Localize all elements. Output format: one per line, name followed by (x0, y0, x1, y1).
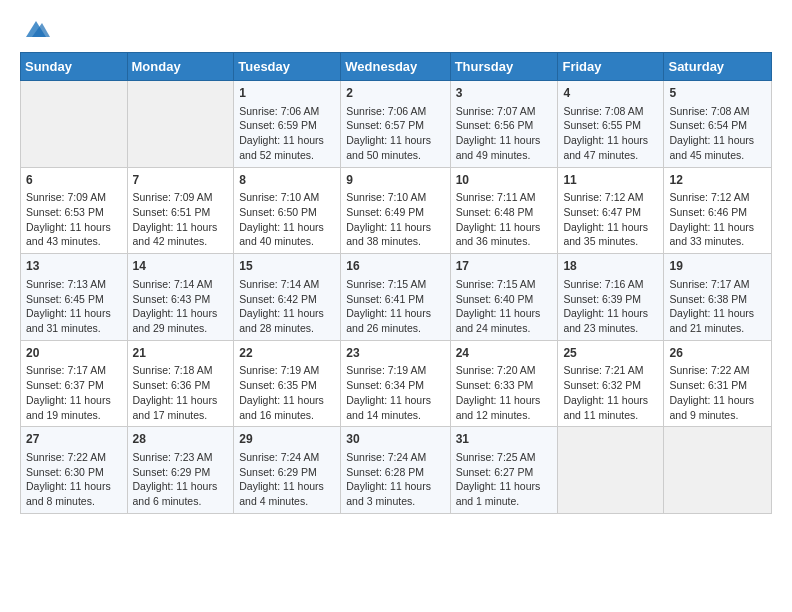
calendar-cell: 19Sunrise: 7:17 AMSunset: 6:38 PMDayligh… (664, 254, 772, 341)
calendar-week-row: 27Sunrise: 7:22 AMSunset: 6:30 PMDayligh… (21, 427, 772, 514)
day-number: 20 (26, 345, 122, 362)
calendar-cell (127, 81, 234, 168)
day-number: 28 (133, 431, 229, 448)
day-number: 13 (26, 258, 122, 275)
calendar-cell: 31Sunrise: 7:25 AMSunset: 6:27 PMDayligh… (450, 427, 558, 514)
calendar-cell: 4Sunrise: 7:08 AMSunset: 6:55 PMDaylight… (558, 81, 664, 168)
day-number: 8 (239, 172, 335, 189)
weekday-header: Monday (127, 53, 234, 81)
day-number: 25 (563, 345, 658, 362)
calendar-cell: 8Sunrise: 7:10 AMSunset: 6:50 PMDaylight… (234, 167, 341, 254)
day-number: 27 (26, 431, 122, 448)
header (20, 16, 772, 42)
weekday-header: Friday (558, 53, 664, 81)
day-number: 19 (669, 258, 766, 275)
calendar-header-row: SundayMondayTuesdayWednesdayThursdayFrid… (21, 53, 772, 81)
day-number: 10 (456, 172, 553, 189)
day-number: 31 (456, 431, 553, 448)
day-number: 30 (346, 431, 444, 448)
calendar-cell: 10Sunrise: 7:11 AMSunset: 6:48 PMDayligh… (450, 167, 558, 254)
day-number: 3 (456, 85, 553, 102)
calendar-cell: 28Sunrise: 7:23 AMSunset: 6:29 PMDayligh… (127, 427, 234, 514)
weekday-header: Tuesday (234, 53, 341, 81)
day-number: 26 (669, 345, 766, 362)
calendar-cell: 24Sunrise: 7:20 AMSunset: 6:33 PMDayligh… (450, 340, 558, 427)
calendar-cell: 5Sunrise: 7:08 AMSunset: 6:54 PMDaylight… (664, 81, 772, 168)
day-number: 29 (239, 431, 335, 448)
calendar-cell: 15Sunrise: 7:14 AMSunset: 6:42 PMDayligh… (234, 254, 341, 341)
calendar-cell: 14Sunrise: 7:14 AMSunset: 6:43 PMDayligh… (127, 254, 234, 341)
day-number: 21 (133, 345, 229, 362)
day-number: 15 (239, 258, 335, 275)
calendar-week-row: 20Sunrise: 7:17 AMSunset: 6:37 PMDayligh… (21, 340, 772, 427)
calendar-cell: 13Sunrise: 7:13 AMSunset: 6:45 PMDayligh… (21, 254, 128, 341)
calendar-week-row: 1Sunrise: 7:06 AMSunset: 6:59 PMDaylight… (21, 81, 772, 168)
day-number: 24 (456, 345, 553, 362)
weekday-header: Thursday (450, 53, 558, 81)
day-number: 23 (346, 345, 444, 362)
day-number: 9 (346, 172, 444, 189)
calendar-cell: 16Sunrise: 7:15 AMSunset: 6:41 PMDayligh… (341, 254, 450, 341)
day-number: 22 (239, 345, 335, 362)
calendar-cell: 26Sunrise: 7:22 AMSunset: 6:31 PMDayligh… (664, 340, 772, 427)
calendar-cell: 29Sunrise: 7:24 AMSunset: 6:29 PMDayligh… (234, 427, 341, 514)
calendar-cell: 20Sunrise: 7:17 AMSunset: 6:37 PMDayligh… (21, 340, 128, 427)
day-number: 6 (26, 172, 122, 189)
day-number: 16 (346, 258, 444, 275)
day-number: 4 (563, 85, 658, 102)
weekday-header: Wednesday (341, 53, 450, 81)
calendar-cell (21, 81, 128, 168)
day-number: 2 (346, 85, 444, 102)
logo-icon (22, 19, 50, 39)
calendar-cell: 6Sunrise: 7:09 AMSunset: 6:53 PMDaylight… (21, 167, 128, 254)
calendar-cell: 1Sunrise: 7:06 AMSunset: 6:59 PMDaylight… (234, 81, 341, 168)
day-number: 14 (133, 258, 229, 275)
day-number: 12 (669, 172, 766, 189)
calendar-cell: 17Sunrise: 7:15 AMSunset: 6:40 PMDayligh… (450, 254, 558, 341)
weekday-header: Sunday (21, 53, 128, 81)
logo (20, 16, 50, 42)
calendar-cell: 9Sunrise: 7:10 AMSunset: 6:49 PMDaylight… (341, 167, 450, 254)
calendar-cell: 22Sunrise: 7:19 AMSunset: 6:35 PMDayligh… (234, 340, 341, 427)
day-number: 1 (239, 85, 335, 102)
calendar-week-row: 6Sunrise: 7:09 AMSunset: 6:53 PMDaylight… (21, 167, 772, 254)
calendar-cell: 21Sunrise: 7:18 AMSunset: 6:36 PMDayligh… (127, 340, 234, 427)
calendar-cell (664, 427, 772, 514)
logo-text (20, 16, 50, 42)
calendar-cell: 18Sunrise: 7:16 AMSunset: 6:39 PMDayligh… (558, 254, 664, 341)
calendar-cell: 23Sunrise: 7:19 AMSunset: 6:34 PMDayligh… (341, 340, 450, 427)
day-number: 11 (563, 172, 658, 189)
calendar-cell: 27Sunrise: 7:22 AMSunset: 6:30 PMDayligh… (21, 427, 128, 514)
calendar-cell: 3Sunrise: 7:07 AMSunset: 6:56 PMDaylight… (450, 81, 558, 168)
day-number: 7 (133, 172, 229, 189)
weekday-header: Saturday (664, 53, 772, 81)
calendar-cell: 2Sunrise: 7:06 AMSunset: 6:57 PMDaylight… (341, 81, 450, 168)
calendar-week-row: 13Sunrise: 7:13 AMSunset: 6:45 PMDayligh… (21, 254, 772, 341)
calendar-cell: 11Sunrise: 7:12 AMSunset: 6:47 PMDayligh… (558, 167, 664, 254)
day-number: 5 (669, 85, 766, 102)
calendar-cell: 7Sunrise: 7:09 AMSunset: 6:51 PMDaylight… (127, 167, 234, 254)
page: SundayMondayTuesdayWednesdayThursdayFrid… (0, 0, 792, 530)
calendar-cell: 25Sunrise: 7:21 AMSunset: 6:32 PMDayligh… (558, 340, 664, 427)
calendar-cell: 30Sunrise: 7:24 AMSunset: 6:28 PMDayligh… (341, 427, 450, 514)
calendar-cell: 12Sunrise: 7:12 AMSunset: 6:46 PMDayligh… (664, 167, 772, 254)
day-number: 17 (456, 258, 553, 275)
calendar-table: SundayMondayTuesdayWednesdayThursdayFrid… (20, 52, 772, 514)
day-number: 18 (563, 258, 658, 275)
calendar-cell (558, 427, 664, 514)
